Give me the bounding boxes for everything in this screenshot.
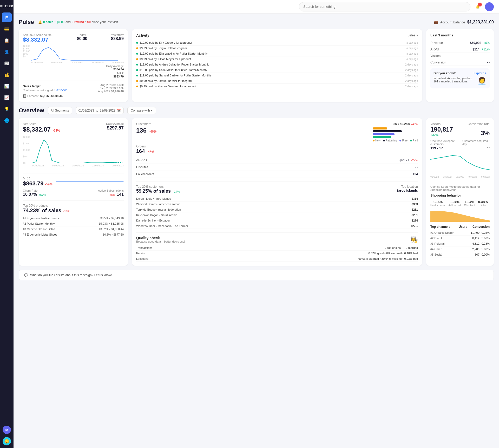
visitors-change: +32%: [430, 133, 453, 137]
search-input[interactable]: [299, 2, 470, 11]
daily-avg-section: Daily Average $304.94 MRR $863.79: [23, 64, 124, 78]
dot-icon: [136, 47, 138, 49]
shopping-behavior: 1.16% Product view 1.04% Add to cart 1.3…: [430, 200, 490, 207]
compare-with-button[interactable]: Compare with ▾: [127, 107, 156, 114]
product-list: #1 Ergonomic Rubber Pants 30.5% • $2,549…: [23, 216, 124, 237]
dot-icon: [136, 69, 138, 71]
customer-item: Woodrow Beer • Macedonia, The Former $27…: [136, 223, 418, 229]
top-channels-section: Top channels Users Conversion #1 Organic…: [430, 225, 490, 257]
quality-check-section: Quality check Because good data = better…: [136, 232, 418, 262]
legend-dot-free: [399, 140, 401, 141]
customer-item: Danielle Schiller • Ecuador $274: [136, 218, 418, 223]
customer-item: Winifred Grimes • american samoa $303: [136, 202, 418, 207]
overview-header: Overview All Segments 01/09/2023 to 28/0…: [19, 107, 494, 114]
activity-item: $9.99 paid by Khadra Geurtsen for a prod…: [136, 84, 418, 89]
avatar-m[interactable]: M: [3, 426, 11, 434]
avatar-emoji[interactable]: 😊: [3, 437, 11, 445]
channel-list: #1 Organic Search 11,4000.25% #2 Direct …: [430, 230, 490, 257]
qc-header: Quality check Because good data = better…: [136, 236, 418, 243]
activity-item: $9.99 paid by Samuel Barbier for Icegram…: [136, 78, 418, 84]
notification-button[interactable]: 🔔 2: [474, 3, 482, 11]
sb-order: 0.48% Order: [478, 200, 488, 207]
sb-add-to-cart: 1.04% Add to cart: [448, 200, 461, 207]
customer-item: Terry du Buque • russian federation $281: [136, 207, 418, 212]
topbar: 🔔 2: [14, 0, 499, 14]
activity-item: $19.00 paid by Sofie Møller for Putler S…: [136, 67, 418, 73]
pulse-info: 🔔 0 sales • $0.00 and 0 refund • $0 sinc…: [38, 20, 119, 24]
mrr-line-chart: [56, 181, 124, 182]
sidebar-item-subscriptions[interactable]: 📰: [2, 58, 12, 68]
active-subscriptions: Active Subscriptions -28% 141: [98, 189, 124, 197]
chart-x-labels: 01/09/202308/09/202315/09/202322/09/2023…: [23, 164, 124, 167]
target-periods: Aug 2023 $19.36k Sep 2022 $20.16k Aug 20…: [98, 83, 124, 93]
l3m-row-visitors: Visitors - -: [430, 53, 490, 59]
sidebar-item-insights[interactable]: 💡: [2, 104, 12, 114]
activity-item: $9.99 paid by Sergio Holt for Icegram a …: [136, 46, 418, 51]
activity-item: $9.99 paid by Niklas Meyer for a product…: [136, 56, 418, 62]
legend-dot-paid: [410, 140, 412, 141]
dot-icon: [136, 75, 138, 76]
chart-y-labels: $2,000$1,500$1,000$500$0: [23, 136, 30, 164]
sidebar-item-reports[interactable]: 📊: [2, 81, 12, 91]
sidebar-item-analytics[interactable]: 📈: [2, 93, 12, 102]
repeat-values: 119 • 17: [430, 146, 443, 150]
dot-icon: [136, 80, 138, 82]
dot-icon: [136, 42, 138, 44]
failed-orders-row: Failed orders 134: [136, 171, 418, 178]
dot-icon: [136, 64, 138, 66]
mrr-section: MRR $863.79 -59% Churn Rate 10.0: [23, 173, 124, 197]
user-avatar[interactable]: [485, 2, 494, 11]
activity-item: $19.00 paid by Ella Watkins for Putler S…: [136, 51, 418, 56]
orders-section: Orders: [136, 145, 418, 148]
sidebar-item-payments[interactable]: 💳: [2, 24, 12, 34]
pulse-refund: 0 refund: [72, 20, 84, 24]
top20-header: Top 20% customers 59.25% of sales +14% T…: [136, 185, 418, 194]
set-now-button[interactable]: Set now: [54, 88, 67, 92]
activity-filter[interactable]: Sales ▾: [408, 34, 418, 37]
net-sales-value: $8,332.07 -61%: [23, 126, 60, 133]
activity-item: $19.00 paid by Kirk Gregory for a produc…: [136, 40, 418, 46]
channel-item: #2 Direct 8,4125.06%: [430, 236, 490, 241]
channel-item: #3 Referral 4,3120.28%: [430, 241, 490, 246]
qc-items: Transactions 7488 original → 0 merged Em…: [136, 245, 418, 262]
account-balance-label: Account balance: [440, 20, 465, 24]
overview-daily-avg: Daily Average $297.57: [106, 122, 124, 131]
date-range-picker[interactable]: 01/09/2023 to 28/09/2023 📅: [76, 107, 124, 114]
qc-locations: Locations 69.03% cleaned • 30.94% missin…: [136, 256, 418, 262]
repeat-customers-section: One time vs repeat customers Customers a…: [430, 139, 490, 152]
segment-select[interactable]: All Segments: [48, 107, 72, 114]
bar-returning: [373, 130, 402, 132]
visitors-card: Visitors Conversion rate 190,817 +32% 3%: [426, 118, 494, 266]
sidebar-item-customers[interactable]: 👤: [2, 47, 12, 57]
activity-item: $19.00 paid by Andrea Juliao for Putler …: [136, 62, 418, 67]
dyk-header: Did you know? Explore >: [434, 72, 487, 75]
sidebar-item-global[interactable]: 🌐: [2, 115, 12, 125]
sidebar-item-orders[interactable]: 📋: [2, 35, 12, 45]
bar-paid: [373, 136, 391, 138]
product-item: #4 Ergonomic Metal Shoes 10.5% • $877.50: [23, 232, 124, 237]
conversion-rate: 3%: [481, 129, 490, 137]
top20-customers-section: Top 20% customers 59.25% of sales +14% T…: [136, 181, 418, 229]
sales-period: Sep 2023 Sales so far...: [23, 33, 53, 36]
legend-dot-returning: [383, 140, 385, 141]
visitors-values: 190,817 +32% 3%: [430, 126, 490, 137]
explore-button[interactable]: Explore >: [474, 72, 487, 75]
forecast: 🔲 Forecast: $9,196 - $130.58k: [23, 94, 124, 98]
sidebar-item-revenue[interactable]: 💰: [2, 70, 12, 80]
visitor-chart: [430, 152, 490, 175]
pulse-refund-amount: $0: [87, 20, 91, 24]
dot-icon: [136, 58, 138, 60]
net-sales-header: Net Sales $8,332.07 -61% Daily Average $…: [23, 122, 124, 133]
funnel-chart: [430, 209, 490, 222]
customers-header: Customers 136 -46% 36 • 59.25% -40%: [136, 122, 418, 142]
repeat-header: One time vs repeat customers Customers a…: [430, 139, 490, 146]
app-logo: PUTLER: [0, 3, 13, 11]
arppu-row: ARPPU $61.27 -27%: [136, 157, 418, 164]
l3m-row-revenue: Revenue $60,998 +6%: [430, 40, 490, 46]
sidebar-item-dashboard[interactable]: ⊞: [2, 12, 12, 22]
pulse-suffix: since your last visit.: [92, 20, 119, 24]
feedback-bar: 💬 What do you like / dislike about this …: [19, 270, 494, 280]
product-item: #2 Putler Starter-Monthly 15.03% • $1,25…: [23, 221, 124, 226]
customer-legend: New Returning Free Paid: [373, 139, 418, 142]
qc-icon: 🧑‍🍳: [410, 236, 418, 243]
